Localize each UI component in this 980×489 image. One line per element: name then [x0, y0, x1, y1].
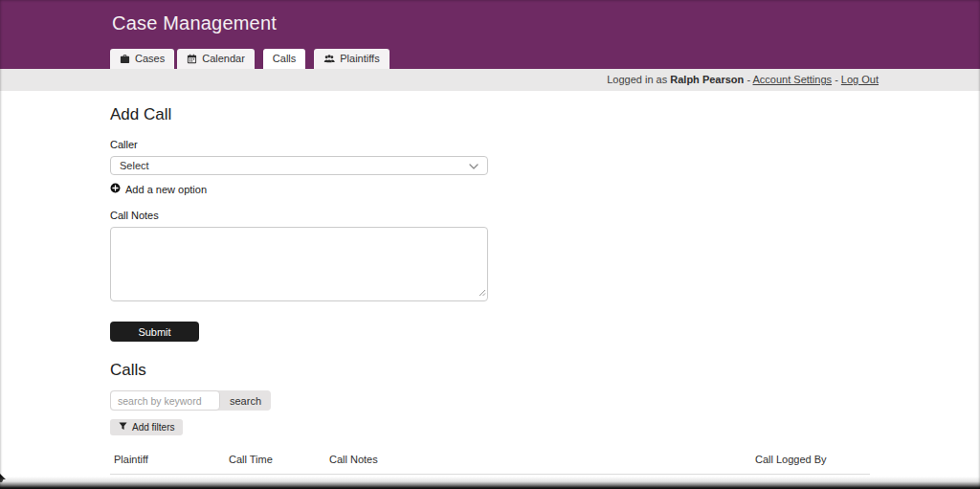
call-notes-label: Call Notes — [110, 210, 980, 221]
resize-grip-icon[interactable] — [479, 283, 486, 300]
user-session-bar: Logged in as Ralph Pearson - Account Set… — [0, 69, 980, 91]
call-notes-textarea[interactable] — [110, 227, 488, 301]
tab-label: Cases — [135, 53, 165, 64]
add-new-option-button[interactable]: Add a new option — [110, 183, 207, 195]
call-notes-cell: Had some questions about how the court s… — [325, 475, 751, 489]
column-header-call-time: Call Time — [225, 448, 325, 475]
tab-label: Calendar — [202, 53, 245, 64]
main-content: Add Call Caller Select Add a new option … — [0, 91, 980, 489]
filter-icon — [119, 422, 127, 433]
table-row: John Smith 08/02/2022 Had some questions… — [110, 475, 870, 489]
add-filters-button[interactable]: Add filters — [110, 419, 183, 435]
calls-table: Plaintiff Call Time Call Notes Call Logg… — [110, 448, 870, 489]
logged-in-username: Ralph Pearson — [670, 74, 744, 85]
column-header-plaintiff: Plaintiff — [110, 448, 225, 475]
call-notes-wrap — [110, 227, 488, 305]
page-title: Case Management — [112, 12, 277, 34]
search-button[interactable]: search — [220, 390, 271, 411]
tab-calls[interactable]: Calls — [263, 49, 305, 69]
column-header-call-logged-by: Call Logged By — [751, 448, 870, 475]
caller-select[interactable]: Select — [110, 156, 488, 175]
app-header: Case Management Cases Calendar Calls — [0, 0, 980, 69]
calendar-icon — [187, 54, 197, 64]
plaintiff-link[interactable]: John Smith — [114, 484, 167, 489]
add-new-option-label: Add a new option — [125, 184, 207, 195]
submit-button[interactable]: Submit — [110, 322, 199, 342]
plus-circle-icon — [110, 183, 121, 195]
search-group: search — [110, 390, 271, 411]
chevron-down-icon — [469, 160, 479, 171]
tab-plaintiffs[interactable]: Plaintiffs — [314, 49, 389, 69]
tab-cases[interactable]: Cases — [110, 49, 174, 69]
search-input[interactable] — [110, 390, 220, 411]
logged-in-text: Logged in as — [607, 74, 667, 85]
calls-heading: Calls — [110, 342, 980, 380]
caller-select-value: Select — [120, 160, 149, 171]
add-filters-label: Add filters — [132, 422, 174, 433]
separator: - — [746, 74, 750, 85]
call-time-cell: 08/02/2022 — [225, 475, 325, 489]
column-header-call-notes: Call Notes — [325, 448, 751, 475]
case-management-app: Case Management Cases Calendar Calls — [0, 0, 980, 489]
add-call-heading: Add Call — [110, 91, 980, 124]
tab-calendar[interactable]: Calendar — [177, 49, 255, 69]
tab-label: Calls — [273, 53, 296, 64]
call-logged-by-cell: Ralph Pearson — [751, 475, 870, 489]
tab-label: Plaintiffs — [340, 53, 379, 64]
table-header-row: Plaintiff Call Time Call Notes Call Logg… — [110, 448, 870, 475]
briefcase-icon — [120, 54, 130, 64]
separator: - — [835, 74, 838, 85]
account-settings-link[interactable]: Account Settings — [753, 74, 833, 85]
caller-label: Caller — [110, 139, 980, 150]
log-out-link[interactable]: Log Out — [841, 74, 879, 85]
main-nav-tabs: Cases Calendar Calls Plaintiffs — [110, 49, 392, 69]
users-icon — [323, 54, 335, 64]
